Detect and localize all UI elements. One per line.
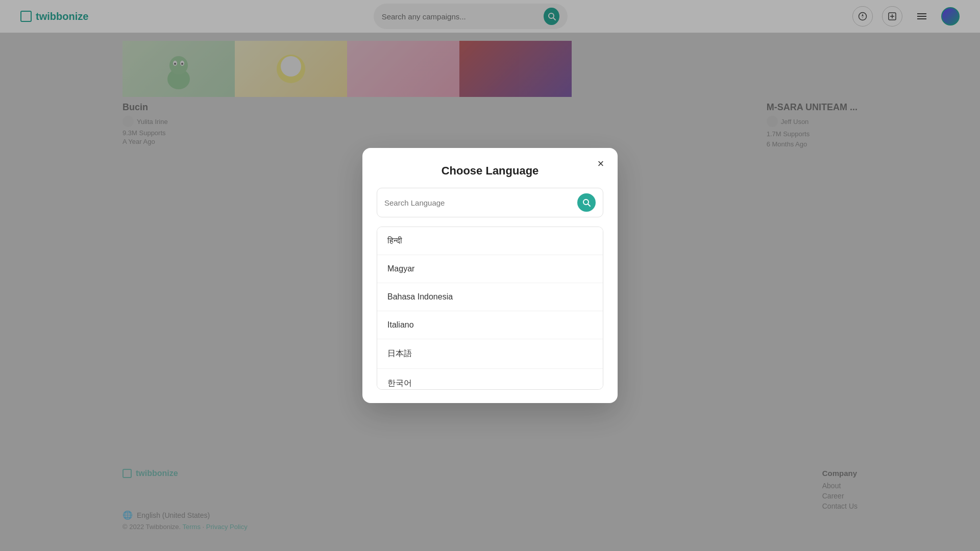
- language-item-hindi[interactable]: हिन्दी: [377, 227, 603, 255]
- language-item-bahasa[interactable]: Bahasa Indonesia: [377, 283, 603, 311]
- language-item-korean[interactable]: 한국어: [377, 369, 603, 390]
- search-lang-icon: [582, 198, 591, 207]
- modal-close-button[interactable]: ×: [593, 156, 608, 171]
- language-list: हिन्दी Magyar Bahasa Indonesia Italiano …: [377, 227, 603, 390]
- search-language-button[interactable]: [577, 193, 596, 212]
- modal-title: Choose Language: [377, 164, 603, 178]
- language-item-magyar[interactable]: Magyar: [377, 255, 603, 283]
- modal-overlay[interactable]: × Choose Language हिन्दी Magyar Bahasa I…: [0, 0, 980, 551]
- search-language-wrapper: [377, 188, 603, 217]
- svg-line-20: [588, 204, 590, 206]
- choose-language-modal: × Choose Language हिन्दी Magyar Bahasa I…: [362, 148, 618, 403]
- language-item-japanese[interactable]: 日本語: [377, 339, 603, 369]
- search-language-input[interactable]: [384, 198, 577, 207]
- language-item-italiano[interactable]: Italiano: [377, 311, 603, 339]
